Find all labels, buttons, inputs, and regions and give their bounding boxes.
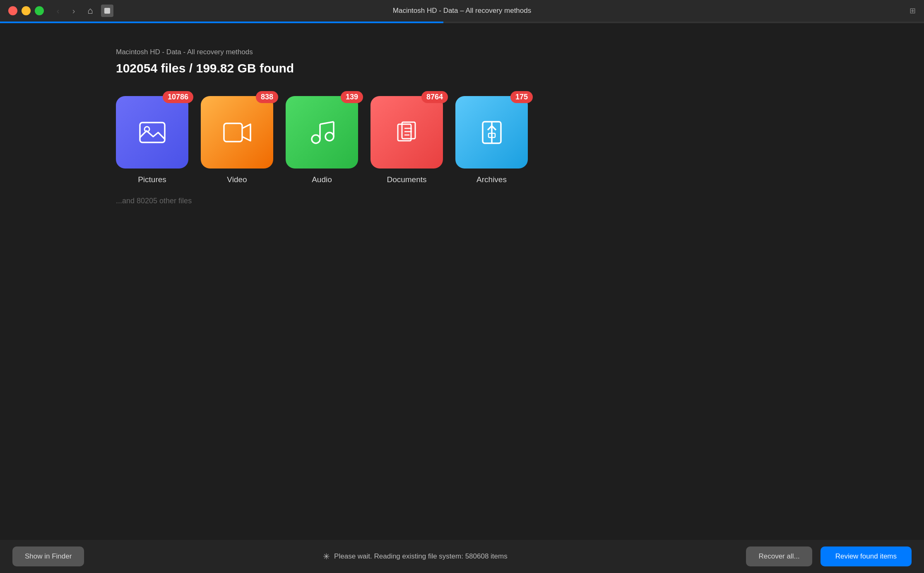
- audio-label: Audio: [312, 175, 332, 184]
- pictures-badge: 10786: [163, 91, 193, 103]
- back-button[interactable]: ‹: [52, 5, 64, 17]
- traffic-lights: [8, 6, 44, 15]
- pictures-icon: [136, 116, 169, 149]
- archives-badge: 175: [510, 91, 533, 103]
- svg-rect-2: [224, 123, 242, 142]
- video-badge: 838: [256, 91, 278, 103]
- video-icon: [221, 116, 254, 149]
- category-card-documents: 8764: [371, 96, 443, 169]
- status-area: ✳ Please wait. Reading existing file sys…: [92, 551, 738, 561]
- category-card-video: 838: [201, 96, 273, 169]
- maximize-button[interactable]: [35, 6, 44, 15]
- forward-button[interactable]: ›: [68, 5, 79, 17]
- documents-label: Documents: [387, 175, 426, 184]
- svg-rect-0: [140, 123, 165, 142]
- documents-icon: [390, 116, 424, 149]
- review-found-items-button[interactable]: Review found items: [821, 547, 912, 566]
- main-content: Macintosh HD - Data - All recovery metho…: [0, 23, 924, 205]
- recover-all-button[interactable]: Recover all...: [746, 547, 812, 566]
- category-item-pictures[interactable]: 10786 Pictures: [116, 96, 188, 184]
- stop-icon: [104, 8, 110, 14]
- minimize-button[interactable]: [22, 6, 31, 15]
- bottom-bar: Show in Finder ✳ Please wait. Reading ex…: [0, 540, 924, 573]
- other-files-text: ...and 80205 other files: [116, 197, 808, 205]
- category-card-audio: 139: [286, 96, 358, 169]
- category-item-documents[interactable]: 8764 Documents: [371, 96, 443, 184]
- breadcrumb: Macintosh HD - Data - All recovery metho…: [116, 48, 808, 56]
- titlebar: ‹ › ⌂ Macintosh HD - Data – All recovery…: [0, 0, 924, 22]
- archives-label: Archives: [476, 175, 507, 184]
- documents-badge: 8764: [421, 91, 448, 103]
- category-item-archives[interactable]: 175 Archives: [455, 96, 528, 184]
- stop-button[interactable]: [101, 5, 113, 17]
- window-title: Macintosh HD - Data – All recovery metho…: [393, 7, 531, 15]
- page-title: 102054 files / 199.82 GB found: [116, 61, 808, 75]
- category-item-audio[interactable]: 139 Audio: [286, 96, 358, 184]
- svg-point-3: [312, 135, 320, 143]
- category-item-video[interactable]: 838 Video: [201, 96, 273, 184]
- show-in-finder-button[interactable]: Show in Finder: [12, 547, 84, 566]
- categories-grid: 10786 Pictures 838 Video: [116, 96, 808, 184]
- svg-point-4: [325, 132, 334, 141]
- category-card-pictures: 10786: [116, 96, 188, 169]
- home-icon[interactable]: ⌂: [84, 4, 97, 17]
- video-label: Video: [227, 175, 247, 184]
- spinner-icon: ✳: [323, 551, 330, 561]
- status-text: Please wait. Reading existing file syste…: [334, 552, 508, 561]
- view-toggle-icon[interactable]: ⊞: [910, 6, 916, 15]
- audio-icon: [306, 116, 339, 149]
- nav-buttons: ‹ ›: [52, 5, 79, 17]
- audio-badge: 139: [341, 91, 363, 103]
- pictures-label: Pictures: [138, 175, 166, 184]
- category-card-archives: 175: [455, 96, 528, 169]
- close-button[interactable]: [8, 6, 17, 15]
- archives-icon: [475, 116, 508, 149]
- svg-line-6: [320, 122, 334, 124]
